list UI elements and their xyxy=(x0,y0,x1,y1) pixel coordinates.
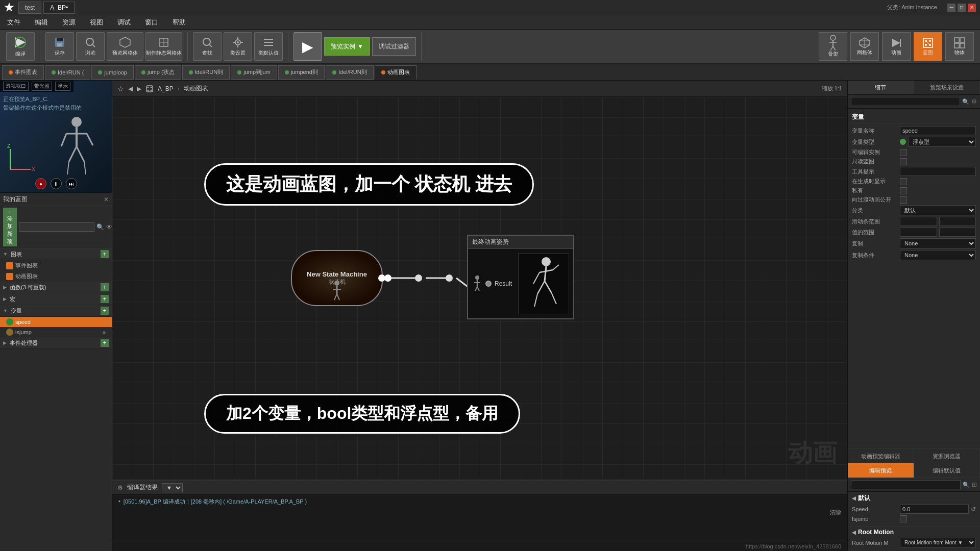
value-max[interactable] xyxy=(939,228,976,237)
edit-preview-tab[interactable]: 编辑预览 xyxy=(848,463,914,478)
perspective-view-button[interactable]: 透视视口 xyxy=(3,82,29,91)
blueprint-search[interactable] xyxy=(19,222,94,232)
menu-window[interactable]: 窗口 xyxy=(142,17,161,28)
graph-section-header[interactable]: ▼ 图表 + xyxy=(0,248,112,260)
variables-add-button[interactable]: + xyxy=(101,307,109,315)
play-button[interactable]: ▶ xyxy=(293,32,322,61)
title-tab-abp[interactable]: A_BP• xyxy=(43,2,75,14)
expose-checkbox[interactable] xyxy=(900,196,907,204)
tooltip-input[interactable] xyxy=(900,167,976,176)
functions-section-header[interactable]: ▶ 函数(3 可重载) + xyxy=(0,282,112,293)
class-defaults-button[interactable]: 类默认值 xyxy=(254,32,283,61)
editable-checkbox[interactable] xyxy=(900,149,907,156)
make-static-button[interactable]: 制作静态网格体 xyxy=(145,32,182,61)
preview-scene-tab[interactable]: 预览场景设置 xyxy=(914,81,981,94)
find-button[interactable]: 查找 xyxy=(193,32,222,61)
debug-filter-button[interactable]: 调试过滤器 xyxy=(372,37,416,56)
skeleton-button[interactable]: 骨架 xyxy=(819,32,847,61)
preview-mesh-button[interactable]: 预览网格体 xyxy=(107,32,143,61)
close-button[interactable]: ✕ xyxy=(968,4,976,12)
browse-button[interactable]: 浏览 xyxy=(76,32,105,61)
functions-add-button[interactable]: + xyxy=(101,283,109,291)
menu-debug[interactable]: 调试 xyxy=(114,17,134,28)
eye-icon[interactable]: 👁 xyxy=(106,223,112,231)
save-button[interactable]: 保存 xyxy=(45,32,74,61)
event-graph-item[interactable]: 事件图表 xyxy=(0,260,112,271)
show-spawn-checkbox[interactable] xyxy=(900,178,907,185)
menu-resource[interactable]: 资源 xyxy=(59,17,79,28)
pause-button[interactable]: ⏸ xyxy=(51,178,62,189)
events-add-button[interactable]: + xyxy=(101,339,109,347)
events-section-header[interactable]: ▶ 事件处理器 + xyxy=(0,337,112,349)
preview-editor-tab[interactable]: 动画预览编辑器 xyxy=(848,449,914,463)
speed-value[interactable] xyxy=(900,505,969,514)
back-button[interactable]: ◀ xyxy=(128,85,133,92)
mesh-button[interactable]: 网格体 xyxy=(850,32,879,61)
log-dropdown[interactable]: ▼ xyxy=(162,483,183,492)
tab-jump[interactable]: jump (状态 xyxy=(135,65,181,80)
bottom-search-input[interactable] xyxy=(851,480,961,489)
readonly-checkbox[interactable] xyxy=(900,158,907,165)
speed-reset-icon[interactable]: ↺ xyxy=(971,506,976,513)
minimize-button[interactable]: ─ xyxy=(947,4,955,12)
macros-add-button[interactable]: + xyxy=(101,295,109,303)
clear-button[interactable]: 清除 xyxy=(830,509,841,516)
state-machine-node[interactable]: New State Machine 状态机 xyxy=(291,250,383,306)
record-button[interactable]: ● xyxy=(35,178,46,189)
isjump-checkbox[interactable] xyxy=(900,515,907,522)
collapse-icon[interactable]: ✕ xyxy=(104,196,109,203)
tab-idel-run-to2[interactable]: Idel/RUN到 xyxy=(326,65,374,80)
title-tab-test[interactable]: test xyxy=(18,2,41,14)
value-min[interactable] xyxy=(900,228,937,237)
animation-button[interactable]: 动画 xyxy=(882,32,911,61)
asset-browser-tab[interactable]: 资源浏览器 xyxy=(914,449,981,463)
category-dropdown[interactable]: 默认 xyxy=(900,205,976,215)
lit-button[interactable]: 带光照 xyxy=(32,82,52,91)
tab-jumpend-to[interactable]: jumpend到 xyxy=(278,65,325,80)
settings-icon[interactable]: ⚙ xyxy=(971,98,977,105)
forward-button[interactable]: ▶ xyxy=(137,85,141,92)
show-button[interactable]: 显示 xyxy=(55,82,70,91)
breadcrumb-root[interactable]: A_BP xyxy=(158,85,174,92)
variables-section-header[interactable]: ▼ 变量 + xyxy=(0,305,112,317)
objects-button[interactable]: 物体 xyxy=(945,32,974,61)
slider-min[interactable] xyxy=(900,217,937,226)
tab-event-graph[interactable]: 事件图表 xyxy=(2,65,44,80)
anim-graph-item[interactable]: 动画图表 xyxy=(0,271,112,282)
blueprint-button[interactable]: 蓝图 xyxy=(914,32,942,61)
tab-idel-run-to[interactable]: Idel/RUN到 xyxy=(182,65,230,80)
menu-view[interactable]: 视图 xyxy=(87,17,106,28)
tab-idel-run[interactable]: Idel/RUN ( xyxy=(45,65,90,80)
slider-max[interactable] xyxy=(939,217,976,226)
tab-anim-graph[interactable]: 动画图表 xyxy=(375,65,416,80)
rep-condition-dropdown[interactable]: None xyxy=(900,250,976,260)
menu-file[interactable]: 文件 xyxy=(4,17,23,28)
details-search-input[interactable] xyxy=(851,97,960,106)
details-tab[interactable]: 细节 xyxy=(848,81,914,94)
root-motion-mode-dropdown[interactable]: Root Motion from Mont ▼ xyxy=(900,538,976,547)
graph-canvas[interactable]: 这是动画蓝图，加一个 状态机 进去 New State Machine 状态机 xyxy=(112,97,847,480)
menu-edit[interactable]: 编辑 xyxy=(32,17,51,28)
final-pose-node[interactable]: 最终动画姿势 Result xyxy=(467,235,574,319)
class-settings-button[interactable]: 类设置 xyxy=(224,32,252,61)
isjump-variable-item[interactable]: isjump ≡ xyxy=(0,327,112,337)
bottom-grid-icon[interactable]: ⊞ xyxy=(972,481,977,488)
edit-defaults-tab[interactable]: 编辑默认值 xyxy=(914,463,981,478)
compile-button[interactable]: 编译 xyxy=(6,32,35,61)
tab-jump-to-jum[interactable]: jump到jum xyxy=(231,65,277,80)
private-checkbox[interactable] xyxy=(900,187,907,194)
tab-jumploop[interactable]: jumploop xyxy=(91,65,134,80)
preview-instance-button[interactable]: 预览实例 ▼ xyxy=(324,37,370,56)
var-name-input[interactable] xyxy=(900,126,976,135)
star-button[interactable]: ☆ xyxy=(117,85,124,93)
replication-dropdown[interactable]: None xyxy=(900,238,976,248)
output-connector[interactable] xyxy=(378,274,385,282)
var-type-dropdown[interactable]: 浮点型 xyxy=(908,137,976,147)
graph-add-button[interactable]: + xyxy=(101,250,109,258)
maximize-button[interactable]: □ xyxy=(958,4,966,12)
next-frame-button[interactable]: ⏭ xyxy=(66,178,77,189)
speed-variable-item[interactable]: speed ≡ xyxy=(0,317,112,327)
macros-section-header[interactable]: ▶ 宏 + xyxy=(0,293,112,305)
add-new-button[interactable]: + 添加新项 xyxy=(3,208,17,246)
menu-help[interactable]: 帮助 xyxy=(169,17,189,28)
